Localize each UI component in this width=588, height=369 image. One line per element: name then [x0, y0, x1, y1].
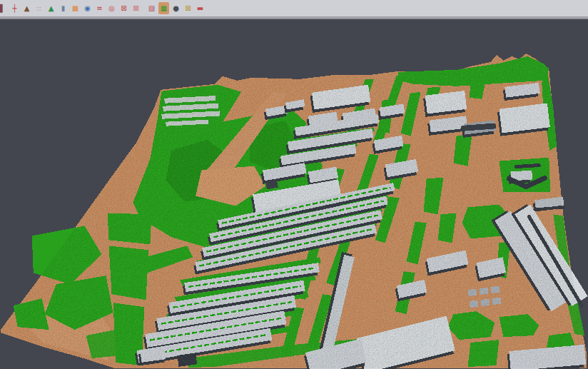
- measure-x-icon[interactable]: ⊠: [183, 2, 193, 14]
- crop-marks-icon[interactable]: ⊠: [118, 2, 129, 14]
- toolbar-group: ▌┼▲::▲▮■◉≡◎⊠⊠: [0, 2, 141, 14]
- checker-texture-icon[interactable]: ▨: [146, 2, 157, 14]
- target-ring-icon[interactable]: ◎: [106, 2, 117, 14]
- dark-sphere-icon[interactable]: ●: [171, 2, 181, 14]
- pick-point-icon[interactable]: ┼: [9, 2, 20, 14]
- ortho-image-icon[interactable]: ■: [70, 2, 81, 14]
- globe-icon[interactable]: ◉: [82, 2, 93, 14]
- terrain-hill-icon[interactable]: ▲: [21, 2, 32, 14]
- crop-marks-icon-2[interactable]: ⊠: [131, 2, 141, 14]
- mesh-hill-icon[interactable]: ▲: [46, 2, 56, 14]
- pointcloud-noise: [1, 19, 587, 369]
- render-view: [0, 19, 588, 369]
- red-bar-icon[interactable]: ▬: [195, 2, 206, 14]
- main-toolbar: ▌┼▲::▲▮■◉≡◎⊠⊠▨▦●⊠▬: [0, 0, 588, 17]
- layer-list-icon[interactable]: ≡: [94, 2, 105, 14]
- point-pair-icon[interactable]: ::: [34, 2, 44, 14]
- column-icon[interactable]: ▮: [58, 2, 69, 14]
- application-window: ▌┼▲::▲▮■◉≡◎⊠⊠▨▦●⊠▬: [0, 0, 588, 369]
- classification-map-icon[interactable]: ▦: [158, 2, 169, 14]
- viewport-3d-scene[interactable]: [0, 19, 588, 369]
- toolbar-group: ▨▦●⊠▬: [149, 2, 206, 14]
- clip-edit-icon[interactable]: ▌: [0, 2, 8, 14]
